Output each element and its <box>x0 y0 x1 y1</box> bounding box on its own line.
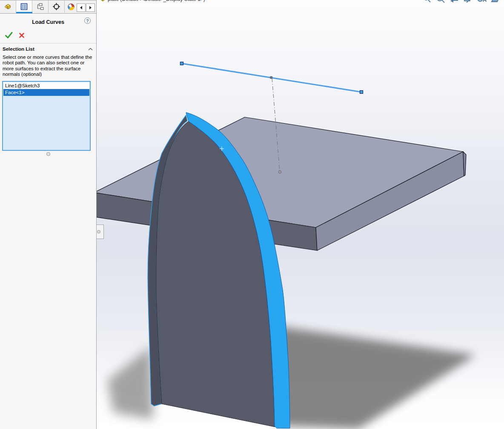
sketch-line-midpoint[interactable] <box>270 77 272 79</box>
active-tab-indicator <box>16 12 32 13</box>
document-title: plate (Default<<Default>_Display State 1… <box>108 0 205 2</box>
zoom-to-area-icon[interactable] <box>437 0 444 3</box>
property-manager-panel: Load Curves ? Selection List Selec <box>0 0 97 429</box>
x-icon <box>20 33 24 37</box>
selection-listbox[interactable]: Line1@Sketch3 Face<1> <box>2 81 91 151</box>
cancel-button[interactable] <box>19 32 25 38</box>
tab-scroll-left-button[interactable] <box>77 3 86 12</box>
sketch-line[interactable] <box>180 62 363 94</box>
display-manager-icon <box>67 3 75 11</box>
tab-display-manager[interactable] <box>65 0 77 13</box>
list-item-selected[interactable]: Face<1> <box>3 89 89 96</box>
selection-instructions: Select one or more curves that define th… <box>3 55 94 78</box>
sketch-line-endpoint-left[interactable] <box>180 62 183 65</box>
tab-property-manager[interactable] <box>16 0 32 13</box>
page-title: Load Curves <box>32 19 64 25</box>
ok-button[interactable] <box>5 32 13 39</box>
fin-shadow-left <box>107 346 153 420</box>
arrow-right-icon <box>89 6 92 9</box>
pm-action-buttons <box>0 28 96 41</box>
splitter-dot-icon <box>97 230 100 233</box>
checkmark-icon <box>6 33 12 38</box>
solidworks-window: Load Curves ? Selection List Selec <box>0 0 504 429</box>
section-title: Selection List <box>3 46 34 52</box>
appearance-icon[interactable] <box>478 0 486 2</box>
properties-icon <box>20 3 28 10</box>
selection-list-section-header[interactable]: Selection List <box>0 43 96 53</box>
arrow-left-icon <box>80 6 82 9</box>
list-item[interactable]: Line1@Sketch3 <box>3 82 89 89</box>
scene-canvas[interactable] <box>97 0 504 429</box>
panel-splitter-handle[interactable] <box>97 225 104 239</box>
listbox-resize-handle[interactable] <box>46 152 50 156</box>
dimxpert-icon <box>52 3 60 11</box>
previous-view-icon[interactable] <box>450 0 458 3</box>
help-button[interactable]: ? <box>84 17 91 24</box>
tab-scroll-right-button[interactable] <box>86 3 95 12</box>
property-manager-header: Load Curves ? <box>0 14 96 28</box>
graphics-viewport[interactable]: plate (Default<<Default>_Display State 1… <box>97 0 504 429</box>
zoom-to-fit-icon[interactable] <box>424 0 430 2</box>
tab-dimxpert-manager[interactable] <box>49 0 65 13</box>
manager-tab-bar <box>0 0 96 14</box>
centerline-end-point[interactable] <box>278 170 281 173</box>
tab-feature-manager[interactable] <box>0 0 16 13</box>
part-icon <box>4 3 12 10</box>
tab-configuration-manager[interactable] <box>32 0 49 13</box>
part-icon <box>100 0 106 2</box>
help-icon: ? <box>86 18 89 23</box>
configurations-icon <box>37 3 44 11</box>
chevron-up-icon <box>88 48 93 51</box>
apply-scene-icon[interactable] <box>492 0 499 2</box>
tab-scroll-buttons <box>76 3 95 12</box>
heads-up-toolbar <box>423 0 500 5</box>
section-view-icon[interactable] <box>464 0 472 3</box>
fin-shadow-right <box>275 326 476 429</box>
document-label[interactable]: plate (Default<<Default>_Display State 1… <box>100 0 205 2</box>
sketch-line-endpoint-right[interactable] <box>360 91 363 94</box>
